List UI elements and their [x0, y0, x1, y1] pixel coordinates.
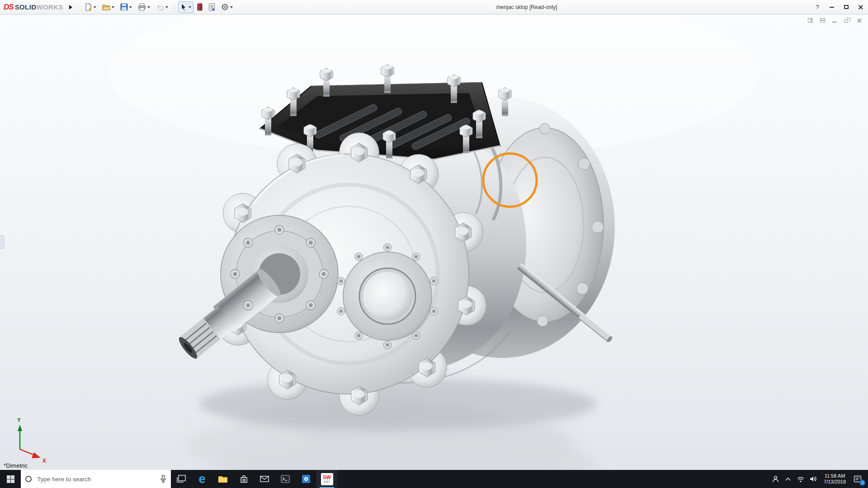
network-button[interactable]	[794, 470, 807, 488]
socket-screw	[306, 301, 315, 310]
select-tool-button[interactable]	[178, 1, 193, 13]
edge-button[interactable]: e	[192, 470, 212, 488]
panel-flyout-handle[interactable]	[0, 235, 4, 249]
solidworks-logo: DS SOLID WORKS	[0, 3, 67, 12]
socket-screw	[412, 332, 420, 339]
quick-access-toolbar	[82, 1, 235, 13]
save-button[interactable]	[118, 1, 134, 13]
split-pane-horizontal-button[interactable]	[820, 18, 826, 23]
graphics-area[interactable]: Y X *Dimetric	[0, 15, 868, 470]
socket-screw	[306, 238, 315, 247]
search-icon	[25, 476, 32, 482]
photos-icon	[302, 474, 311, 483]
solidworks-taskbar-button[interactable]: SW 2017	[316, 470, 337, 488]
doc-close-icon	[857, 18, 862, 23]
notification-badge: 3	[859, 480, 865, 486]
document-title: menjac sklop [Read-only]	[235, 0, 818, 14]
command-prompt-icon	[281, 475, 290, 483]
socket-screw	[355, 332, 363, 339]
command-prompt-button[interactable]	[275, 470, 296, 488]
network-wifi-icon	[797, 476, 805, 483]
xpress-products-button[interactable]	[195, 1, 205, 13]
gearbox-3d-view[interactable]: Y X	[0, 15, 868, 470]
options-button[interactable]	[219, 1, 235, 13]
volume-icon	[809, 475, 817, 483]
solidworks-app-icon: SW 2017	[321, 473, 333, 485]
socket-screw	[275, 225, 284, 235]
close-button[interactable]	[854, 0, 868, 14]
maximize-button[interactable]	[839, 0, 854, 14]
dropdown-caret-icon	[112, 6, 114, 8]
search-input[interactable]	[36, 475, 156, 483]
action-center-button[interactable]: 3	[850, 470, 865, 488]
file-explorer-button[interactable]	[212, 470, 233, 488]
undo-button[interactable]	[154, 1, 170, 13]
secondary-bore[interactable]	[343, 252, 432, 340]
doc-restore-icon	[844, 19, 848, 23]
socket-screw	[231, 269, 240, 278]
taskbar-search[interactable]	[21, 470, 171, 488]
titlebar: DS SOLID WORKS	[0, 0, 868, 14]
dropdown-caret-icon	[230, 6, 233, 8]
design-binder-icon	[208, 3, 215, 11]
socket-screw	[430, 277, 438, 285]
task-view-icon	[177, 475, 186, 483]
menu-flyout-arrow[interactable]	[67, 1, 75, 13]
file-explorer-icon	[218, 475, 228, 483]
triad-x-label: X	[42, 458, 46, 464]
triad-y-label: Y	[17, 417, 21, 423]
people-button[interactable]	[769, 470, 782, 488]
doc-restore-button[interactable]	[844, 18, 850, 23]
open-folder-icon	[102, 3, 110, 11]
toolbar-separator	[174, 3, 175, 12]
logo-text-works: WORKS	[36, 3, 63, 11]
photos-button[interactable]	[296, 470, 316, 488]
volume-button[interactable]	[807, 470, 820, 488]
close-icon	[858, 5, 863, 10]
xpress-book-icon	[197, 3, 203, 11]
system-tray: 11:58 AM 7/13/2018 3	[769, 470, 868, 488]
window-controls: ?	[810, 0, 868, 14]
mail-envelope-icon	[260, 475, 269, 483]
split-vertical-icon	[808, 18, 813, 23]
store-bag-icon	[240, 475, 248, 483]
new-document-icon	[85, 3, 92, 11]
store-button[interactable]	[233, 470, 254, 488]
tray-overflow-button[interactable]	[782, 470, 794, 488]
design-binder-button[interactable]	[206, 1, 217, 13]
logo-text-solid: SOLID	[15, 3, 37, 11]
people-icon	[772, 475, 779, 483]
gear-icon	[221, 3, 229, 11]
socket-screw	[244, 238, 253, 247]
mail-button[interactable]	[254, 470, 275, 488]
ds-logo-icon: DS	[4, 3, 14, 12]
dropdown-caret-icon	[129, 6, 132, 8]
socket-screw	[244, 301, 253, 310]
socket-screw	[337, 277, 345, 285]
open-document-button[interactable]	[100, 1, 117, 13]
print-button[interactable]	[136, 1, 152, 13]
taskbar-clock[interactable]: 11:58 AM 7/13/2018	[820, 473, 850, 485]
undo-arrow-icon	[156, 4, 164, 11]
windows-logo-icon	[7, 475, 14, 483]
microphone-icon[interactable]	[160, 475, 166, 483]
socket-screw	[275, 314, 284, 323]
socket-screw	[430, 307, 438, 315]
save-floppy-icon	[120, 3, 128, 11]
minimize-icon	[830, 7, 834, 8]
split-pane-vertical-button[interactable]	[808, 18, 814, 23]
dropdown-caret-icon	[147, 6, 150, 8]
start-button[interactable]	[0, 470, 21, 488]
socket-screw	[355, 253, 363, 261]
task-view-button[interactable]	[171, 470, 192, 488]
doc-minimize-button[interactable]	[832, 18, 838, 23]
dropdown-caret-icon	[94, 6, 96, 8]
minimize-button[interactable]	[825, 0, 839, 14]
socket-screw	[337, 307, 345, 315]
doc-close-button[interactable]	[857, 18, 863, 23]
dropdown-caret-icon	[189, 6, 191, 8]
view-orientation-label: *Dimetric	[4, 462, 28, 469]
new-document-button[interactable]	[82, 1, 99, 13]
split-horizontal-icon	[820, 18, 825, 23]
printer-icon	[138, 3, 146, 11]
